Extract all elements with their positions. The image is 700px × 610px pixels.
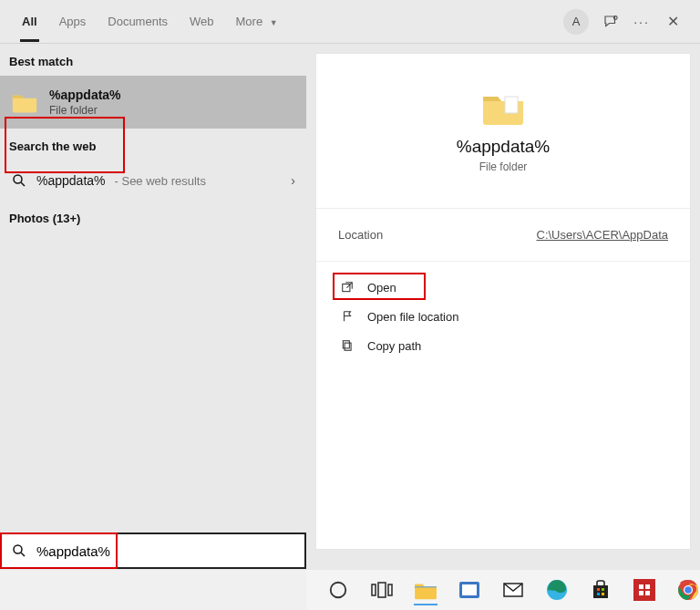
action-open-file-location-label: Open file location	[367, 310, 458, 324]
action-open[interactable]: Open	[335, 273, 672, 302]
svg-line-2	[21, 182, 25, 186]
action-copy-path-label: Copy path	[367, 339, 421, 353]
svg-rect-10	[372, 584, 376, 595]
svg-rect-22	[645, 584, 650, 589]
web-query-text: %appdata%	[36, 173, 106, 188]
svg-point-7	[14, 545, 22, 553]
best-match-result[interactable]: %appdata% File folder	[0, 76, 306, 129]
details-subtitle: File folder	[479, 160, 528, 173]
folder-location-icon	[340, 309, 355, 324]
svg-rect-3	[505, 97, 518, 113]
details-card: %appdata% File folder Location C:\Users\…	[315, 53, 691, 550]
details-title: %appdata%	[457, 137, 550, 157]
tab-web[interactable]: Web	[179, 2, 225, 41]
word-icon[interactable]	[458, 578, 481, 602]
chevron-right-icon: ›	[291, 173, 295, 188]
user-avatar[interactable]: A	[563, 9, 589, 35]
tab-apps[interactable]: Apps	[48, 2, 98, 41]
search-web-label: Search the web	[0, 129, 306, 160]
svg-rect-24	[645, 591, 650, 595]
app-icon-red[interactable]	[633, 578, 656, 602]
details-location-row: Location C:\Users\ACER\AppData	[316, 209, 690, 262]
best-match-label: Best match	[0, 44, 306, 76]
chrome-icon[interactable]	[676, 578, 700, 602]
svg-point-1	[14, 175, 22, 183]
taskbar-search-box[interactable]	[0, 532, 306, 569]
tabs-container: All Apps Documents Web More ▼	[0, 2, 289, 41]
action-open-label: Open	[367, 281, 396, 295]
edge-icon[interactable]	[545, 578, 569, 602]
folder-icon	[481, 89, 525, 126]
results-pane: Best match %appdata% File folder Search …	[0, 44, 306, 570]
search-tab-bar: All Apps Documents Web More ▼ A ··· ✕	[0, 0, 700, 44]
taskbar	[306, 570, 700, 610]
svg-rect-14	[462, 584, 477, 595]
svg-rect-6	[343, 341, 349, 348]
svg-rect-20	[633, 579, 655, 601]
svg-rect-19	[602, 593, 604, 595]
svg-rect-5	[345, 343, 351, 350]
web-result-row[interactable]: %appdata% - See web results ›	[0, 160, 306, 201]
svg-point-9	[331, 583, 346, 598]
svg-rect-16	[597, 588, 600, 591]
svg-rect-23	[639, 591, 643, 595]
task-view-icon[interactable]	[370, 578, 394, 602]
search-input[interactable]	[36, 543, 295, 559]
svg-line-8	[21, 553, 25, 556]
tab-all[interactable]: All	[11, 2, 48, 41]
details-actions: Open Open file location Copy path	[316, 262, 690, 371]
tab-more[interactable]: More ▼	[225, 2, 289, 41]
search-icon	[11, 543, 27, 559]
chevron-down-icon: ▼	[270, 18, 278, 27]
main-area: Best match %appdata% File folder Search …	[0, 44, 700, 570]
svg-rect-17	[602, 588, 604, 591]
result-title: %appdata%	[49, 88, 121, 102]
result-subtitle: File folder	[49, 104, 121, 117]
svg-point-0	[613, 16, 617, 19]
svg-rect-12	[388, 584, 392, 595]
microsoft-store-icon[interactable]	[589, 578, 612, 602]
svg-rect-11	[378, 583, 386, 597]
folder-icon	[11, 91, 38, 113]
svg-rect-18	[597, 593, 600, 595]
location-label: Location	[338, 228, 383, 242]
photos-label[interactable]: Photos (13+)	[0, 201, 306, 233]
more-options-icon[interactable]: ···	[633, 13, 651, 31]
details-pane: %appdata% File folder Location C:\Users\…	[306, 44, 700, 570]
svg-point-27	[685, 586, 692, 594]
feedback-icon[interactable]	[602, 13, 620, 31]
copy-icon	[340, 338, 355, 353]
details-header: %appdata% File folder	[316, 54, 690, 209]
open-icon	[340, 280, 355, 295]
file-explorer-icon[interactable]	[414, 578, 438, 602]
topbar-right: A ··· ✕	[563, 9, 700, 35]
tab-more-label: More	[236, 15, 263, 28]
location-path-link[interactable]: C:\Users\ACER\AppData	[537, 228, 669, 242]
action-open-file-location[interactable]: Open file location	[335, 302, 672, 331]
cortana-icon[interactable]	[326, 578, 350, 602]
search-icon	[11, 172, 27, 189]
tab-documents[interactable]: Documents	[97, 2, 179, 41]
best-match-texts: %appdata% File folder	[49, 88, 121, 117]
close-icon[interactable]: ✕	[664, 13, 682, 31]
action-copy-path[interactable]: Copy path	[335, 331, 672, 360]
web-hint-text: - See web results	[115, 174, 206, 188]
mail-icon[interactable]	[501, 578, 525, 602]
svg-rect-21	[639, 584, 643, 589]
